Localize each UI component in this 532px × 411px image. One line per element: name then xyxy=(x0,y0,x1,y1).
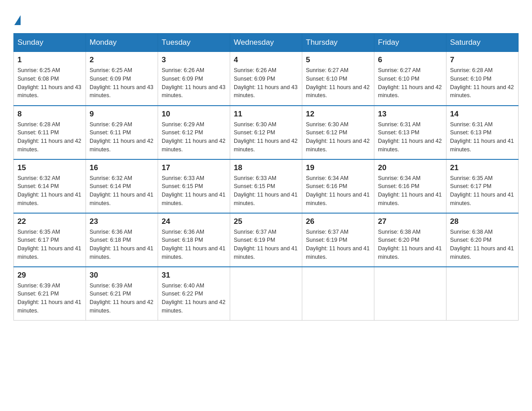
calendar-cell: 21 Sunrise: 6:35 AM Sunset: 6:17 PM Dayl… xyxy=(446,159,519,213)
calendar-week-row: 8 Sunrise: 6:28 AM Sunset: 6:11 PM Dayli… xyxy=(14,106,519,159)
calendar-cell xyxy=(374,267,446,321)
day-info: Sunrise: 6:36 AM Sunset: 6:18 PM Dayligh… xyxy=(90,228,154,261)
calendar-cell: 1 Sunrise: 6:25 AM Sunset: 6:08 PM Dayli… xyxy=(14,52,86,106)
weekday-header-row: SundayMondayTuesdayWednesdayThursdayFrid… xyxy=(14,34,519,52)
day-info: Sunrise: 6:33 AM Sunset: 6:15 PM Dayligh… xyxy=(234,174,298,208)
day-number: 5 xyxy=(306,56,370,64)
calendar-week-row: 1 Sunrise: 6:25 AM Sunset: 6:08 PM Dayli… xyxy=(14,52,519,106)
day-info: Sunrise: 6:29 AM Sunset: 6:12 PM Dayligh… xyxy=(162,120,226,154)
day-info: Sunrise: 6:40 AM Sunset: 6:22 PM Dayligh… xyxy=(162,282,226,315)
day-number: 19 xyxy=(306,163,370,172)
weekday-header-wednesday: Wednesday xyxy=(230,34,302,52)
day-info: Sunrise: 6:38 AM Sunset: 6:20 PM Dayligh… xyxy=(378,228,442,261)
day-info: Sunrise: 6:39 AM Sunset: 6:21 PM Dayligh… xyxy=(90,282,154,315)
day-number: 6 xyxy=(378,56,442,64)
logo-triangle-icon xyxy=(14,15,21,25)
day-info: Sunrise: 6:30 AM Sunset: 6:12 PM Dayligh… xyxy=(306,120,370,154)
day-number: 23 xyxy=(90,217,154,226)
day-info: Sunrise: 6:26 AM Sunset: 6:09 PM Dayligh… xyxy=(234,66,298,100)
day-number: 8 xyxy=(17,110,82,119)
day-info: Sunrise: 6:31 AM Sunset: 6:13 PM Dayligh… xyxy=(378,120,442,154)
day-number: 26 xyxy=(306,217,370,226)
calendar-cell: 20 Sunrise: 6:34 AM Sunset: 6:16 PM Dayl… xyxy=(374,159,446,213)
day-number: 17 xyxy=(162,163,226,172)
day-info: Sunrise: 6:35 AM Sunset: 6:17 PM Dayligh… xyxy=(450,174,515,208)
calendar-cell: 28 Sunrise: 6:38 AM Sunset: 6:20 PM Dayl… xyxy=(446,213,519,267)
logo xyxy=(13,13,21,24)
day-info: Sunrise: 6:29 AM Sunset: 6:11 PM Dayligh… xyxy=(90,120,154,154)
calendar-cell: 16 Sunrise: 6:32 AM Sunset: 6:14 PM Dayl… xyxy=(86,159,158,213)
day-info: Sunrise: 6:38 AM Sunset: 6:20 PM Dayligh… xyxy=(450,228,515,261)
calendar-cell: 13 Sunrise: 6:31 AM Sunset: 6:13 PM Dayl… xyxy=(374,106,446,159)
calendar-cell: 27 Sunrise: 6:38 AM Sunset: 6:20 PM Dayl… xyxy=(374,213,446,267)
day-number: 31 xyxy=(162,271,226,280)
day-info: Sunrise: 6:36 AM Sunset: 6:18 PM Dayligh… xyxy=(162,228,226,261)
day-number: 21 xyxy=(450,163,515,172)
weekday-header-friday: Friday xyxy=(374,34,446,52)
calendar-week-row: 29 Sunrise: 6:39 AM Sunset: 6:21 PM Dayl… xyxy=(14,267,519,321)
page-header xyxy=(13,13,519,24)
calendar-cell: 29 Sunrise: 6:39 AM Sunset: 6:21 PM Dayl… xyxy=(14,267,86,321)
calendar-table: SundayMondayTuesdayWednesdayThursdayFrid… xyxy=(13,33,519,321)
calendar-week-row: 22 Sunrise: 6:35 AM Sunset: 6:17 PM Dayl… xyxy=(14,213,519,267)
day-number: 18 xyxy=(234,163,298,172)
calendar-cell xyxy=(302,267,374,321)
day-number: 22 xyxy=(17,217,82,226)
weekday-header-saturday: Saturday xyxy=(446,34,519,52)
day-number: 29 xyxy=(17,271,82,280)
day-number: 4 xyxy=(234,56,298,64)
day-info: Sunrise: 6:28 AM Sunset: 6:10 PM Dayligh… xyxy=(450,66,515,100)
weekday-header-sunday: Sunday xyxy=(14,34,86,52)
day-number: 15 xyxy=(17,163,82,172)
calendar-cell: 30 Sunrise: 6:39 AM Sunset: 6:21 PM Dayl… xyxy=(86,267,158,321)
day-number: 2 xyxy=(90,56,154,64)
calendar-cell: 14 Sunrise: 6:31 AM Sunset: 6:13 PM Dayl… xyxy=(446,106,519,159)
day-info: Sunrise: 6:27 AM Sunset: 6:10 PM Dayligh… xyxy=(306,66,370,100)
day-info: Sunrise: 6:33 AM Sunset: 6:15 PM Dayligh… xyxy=(162,174,226,208)
calendar-cell: 10 Sunrise: 6:29 AM Sunset: 6:12 PM Dayl… xyxy=(158,106,230,159)
calendar-cell xyxy=(446,267,519,321)
calendar-cell: 23 Sunrise: 6:36 AM Sunset: 6:18 PM Dayl… xyxy=(86,213,158,267)
calendar-cell: 5 Sunrise: 6:27 AM Sunset: 6:10 PM Dayli… xyxy=(302,52,374,106)
day-number: 14 xyxy=(450,110,515,119)
day-number: 28 xyxy=(450,217,515,226)
calendar-cell: 11 Sunrise: 6:30 AM Sunset: 6:12 PM Dayl… xyxy=(230,106,302,159)
day-info: Sunrise: 6:34 AM Sunset: 6:16 PM Dayligh… xyxy=(378,174,442,208)
day-info: Sunrise: 6:25 AM Sunset: 6:09 PM Dayligh… xyxy=(90,66,154,100)
day-info: Sunrise: 6:30 AM Sunset: 6:12 PM Dayligh… xyxy=(234,120,298,154)
calendar-cell: 15 Sunrise: 6:32 AM Sunset: 6:14 PM Dayl… xyxy=(14,159,86,213)
day-info: Sunrise: 6:28 AM Sunset: 6:11 PM Dayligh… xyxy=(17,120,82,154)
day-number: 3 xyxy=(162,56,226,64)
weekday-header-tuesday: Tuesday xyxy=(158,34,230,52)
day-info: Sunrise: 6:39 AM Sunset: 6:21 PM Dayligh… xyxy=(17,282,82,315)
calendar-cell: 8 Sunrise: 6:28 AM Sunset: 6:11 PM Dayli… xyxy=(14,106,86,159)
calendar-cell: 2 Sunrise: 6:25 AM Sunset: 6:09 PM Dayli… xyxy=(86,52,158,106)
calendar-cell: 9 Sunrise: 6:29 AM Sunset: 6:11 PM Dayli… xyxy=(86,106,158,159)
calendar-cell: 18 Sunrise: 6:33 AM Sunset: 6:15 PM Dayl… xyxy=(230,159,302,213)
day-number: 1 xyxy=(17,56,82,64)
calendar-cell: 24 Sunrise: 6:36 AM Sunset: 6:18 PM Dayl… xyxy=(158,213,230,267)
day-info: Sunrise: 6:35 AM Sunset: 6:17 PM Dayligh… xyxy=(17,228,82,261)
day-number: 24 xyxy=(162,217,226,226)
day-number: 20 xyxy=(378,163,442,172)
day-number: 25 xyxy=(234,217,298,226)
day-info: Sunrise: 6:27 AM Sunset: 6:10 PM Dayligh… xyxy=(378,66,442,100)
day-info: Sunrise: 6:32 AM Sunset: 6:14 PM Dayligh… xyxy=(17,174,82,208)
calendar-cell: 17 Sunrise: 6:33 AM Sunset: 6:15 PM Dayl… xyxy=(158,159,230,213)
weekday-header-monday: Monday xyxy=(86,34,158,52)
day-number: 11 xyxy=(234,110,298,119)
calendar-cell: 26 Sunrise: 6:37 AM Sunset: 6:19 PM Dayl… xyxy=(302,213,374,267)
day-number: 16 xyxy=(90,163,154,172)
calendar-body: 1 Sunrise: 6:25 AM Sunset: 6:08 PM Dayli… xyxy=(14,52,519,321)
calendar-cell: 25 Sunrise: 6:37 AM Sunset: 6:19 PM Dayl… xyxy=(230,213,302,267)
day-number: 9 xyxy=(90,110,154,119)
logo-top xyxy=(13,13,21,25)
calendar-cell: 12 Sunrise: 6:30 AM Sunset: 6:12 PM Dayl… xyxy=(302,106,374,159)
calendar-cell: 4 Sunrise: 6:26 AM Sunset: 6:09 PM Dayli… xyxy=(230,52,302,106)
day-info: Sunrise: 6:26 AM Sunset: 6:09 PM Dayligh… xyxy=(162,66,226,100)
calendar-cell: 22 Sunrise: 6:35 AM Sunset: 6:17 PM Dayl… xyxy=(14,213,86,267)
calendar-cell: 3 Sunrise: 6:26 AM Sunset: 6:09 PM Dayli… xyxy=(158,52,230,106)
day-info: Sunrise: 6:25 AM Sunset: 6:08 PM Dayligh… xyxy=(17,66,82,100)
day-info: Sunrise: 6:31 AM Sunset: 6:13 PM Dayligh… xyxy=(450,120,515,154)
day-number: 10 xyxy=(162,110,226,119)
